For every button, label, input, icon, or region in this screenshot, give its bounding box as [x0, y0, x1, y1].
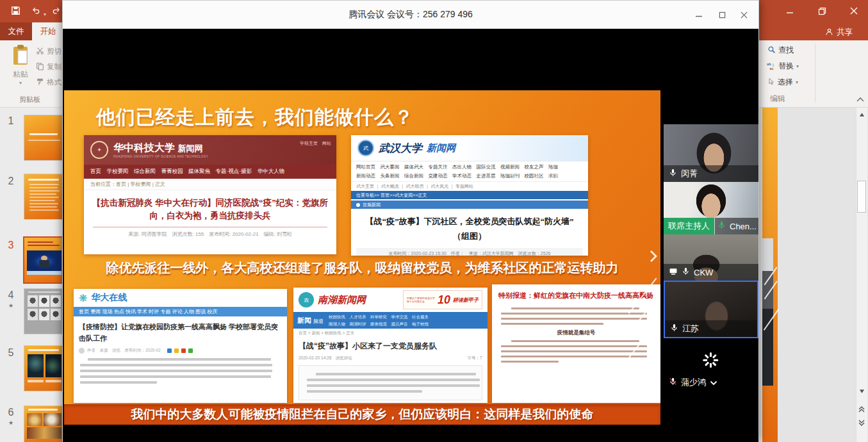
hust-nav: 首页 学校要闻 综合新闻 菁菁校园 媒体聚焦 专题·视点·摄影 华中大人物 — [84, 165, 336, 179]
cohost-badge: 联席主持人 — [664, 218, 714, 234]
screen-share-icon — [669, 267, 678, 277]
scroll-up-icon[interactable] — [857, 110, 866, 119]
slide-thumbnail-6[interactable] — [24, 406, 64, 442]
meeting-close-button[interactable] — [734, 7, 753, 22]
svg-text:ac: ac — [769, 66, 774, 70]
slide-thumbnail-4[interactable] — [24, 289, 64, 334]
participant-video-1[interactable]: 闵菁 — [664, 124, 758, 182]
scrollbar-thumb[interactable] — [857, 181, 866, 213]
select-dropdown-icon: ▾ — [796, 79, 798, 85]
thumb-text-line — [29, 197, 59, 198]
subtitle-bar — [27, 271, 61, 275]
ppt-minimize-button[interactable] — [780, 4, 799, 18]
search-icon — [767, 45, 776, 55]
slide-thumbnail-1[interactable] — [24, 115, 64, 160]
mic-icon — [682, 267, 690, 277]
whu-location-bar: 位置导航>> 首页>>武大要闻>>正文 — [351, 191, 588, 199]
slide-thumbnail-panel: 1 2 3 4 ★ — [0, 108, 64, 442]
whu-header: 武 武汉大学 新闻网 — [351, 135, 588, 161]
slide-thumbnail-3-selected[interactable] — [24, 238, 64, 282]
meeting-minimize-button[interactable] — [689, 7, 708, 22]
author-avatar — [79, 348, 85, 354]
slide-thumbnail-5[interactable] — [24, 346, 64, 391]
body-text-line — [80, 370, 272, 372]
participant-name: 闵菁 — [681, 168, 698, 179]
collapse-ribbon-icon[interactable] — [856, 95, 865, 106]
thumb-text-line — [29, 200, 55, 201]
undo-icon[interactable] — [31, 6, 41, 18]
body-text-line — [511, 307, 639, 310]
previous-slide-icon[interactable] — [857, 405, 866, 414]
channel-sub: 频道 — [313, 318, 323, 324]
undo-dropdown-icon[interactable]: ▾ — [44, 12, 46, 17]
participant-video-2[interactable]: 联席主持人 Chen... — [664, 182, 758, 234]
participant-name: 蒲少鸿 — [681, 377, 706, 388]
meeting-maximize-button[interactable] — [712, 7, 732, 22]
participant-video-4-active-speaker[interactable]: 江苏 — [664, 281, 758, 338]
portrait-photo — [39, 309, 49, 320]
body-text-line — [501, 345, 647, 348]
share-button[interactable]: 共享 — [825, 27, 853, 38]
thumbnail-number-selected[interactable]: 3 — [4, 240, 18, 251]
anchor-body — [39, 260, 49, 268]
person-icon — [825, 28, 833, 38]
portrait-photo — [39, 295, 49, 307]
caption-line — [45, 380, 61, 382]
thumbnail-number[interactable]: 6 — [4, 407, 18, 418]
thumb-text-line — [28, 140, 60, 141]
paste-dropdown-icon: ▾ — [19, 80, 22, 86]
meeting-titlebar[interactable]: 腾讯会议 会议号：256 279 496 — [63, 1, 758, 29]
tencent-meeting-window: 腾讯会议 会议号：256 279 496 他们已经走上前去，我们能做什么？ ✦ … — [62, 0, 759, 442]
tab-file[interactable]: 文件 — [0, 22, 32, 40]
thumb-title-line — [28, 241, 53, 243]
slide-thumbnail-2[interactable] — [24, 174, 64, 219]
body-text-line — [501, 323, 603, 325]
banner-line2: 耕读新甲子 — [453, 297, 479, 304]
find-button[interactable]: 查找 — [767, 45, 794, 56]
thumbnail-number[interactable]: 2 — [4, 176, 18, 187]
thumb-text-line — [29, 203, 58, 204]
hzau-summary-box — [299, 365, 482, 400]
body-text-line — [501, 356, 647, 358]
portrait-photo — [51, 309, 61, 320]
replace-button[interactable]: abac 替换 ▾ — [766, 61, 799, 72]
body-text-line — [501, 350, 647, 353]
thumbnail-number[interactable]: 4 — [4, 290, 18, 301]
save-icon[interactable] — [10, 5, 21, 19]
participant-name-tag: CKW — [664, 264, 758, 281]
ccnu-logo-icon: ❋ — [79, 292, 87, 304]
banner-line1: 中国共产党华中农业大学第十次代表大会 — [407, 297, 435, 303]
ppt-close-button[interactable] — [844, 4, 864, 18]
audio-dot-icon — [356, 203, 360, 207]
thumbnail-number[interactable]: 1 — [4, 115, 18, 127]
hzau-congress-banner: 中国共产党华中农业大学第十次代表大会 10 耕读新甲子 — [403, 290, 482, 309]
next-slide-icon[interactable] — [857, 418, 866, 427]
hzau-meta-right: 字号：T — [468, 356, 482, 361]
copy-button[interactable]: 复制 — [36, 61, 61, 72]
participant-video-5[interactable]: 蒲少鸿 — [664, 338, 758, 396]
banner-number: 10 — [438, 293, 450, 307]
collapse-video-panel-icon[interactable] — [647, 248, 660, 265]
chevron-down-icon[interactable] — [710, 378, 717, 388]
redo-icon[interactable] — [51, 6, 61, 18]
format-painter-icon — [36, 78, 44, 87]
scroll-down-icon[interactable] — [857, 387, 866, 396]
whu-audio-label: 音频新闻 — [363, 202, 381, 208]
thumbnail-number[interactable]: 5 — [4, 347, 18, 359]
body-text-line — [80, 381, 157, 384]
cut-button[interactable]: 剪切 — [36, 46, 61, 56]
format-painter-button[interactable]: 格式 — [36, 77, 61, 87]
whu-nav-row2: 新闻动态 头条新闻 综合新闻 党建动态 学术动态 走进基层 珞珈副刊 校园社区 … — [356, 172, 583, 181]
ppt-restore-button[interactable] — [812, 4, 831, 18]
participant-name-tag: 江苏 — [665, 320, 757, 337]
thumb-text-line — [29, 193, 56, 195]
tab-home[interactable]: 开始 — [32, 22, 64, 40]
body-text-line — [501, 313, 647, 315]
hzau-nav-row1: 校园快讯 人才培养 科学研究 学术交流 社会服务 — [329, 313, 429, 320]
participant-video-3[interactable]: CKW — [664, 234, 758, 281]
body-text-line — [80, 364, 272, 366]
weibo-icon — [181, 348, 186, 353]
select-button[interactable]: 选择 ▾ — [767, 77, 798, 88]
participant-name: 江苏 — [682, 323, 699, 334]
food-photo — [44, 413, 61, 426]
